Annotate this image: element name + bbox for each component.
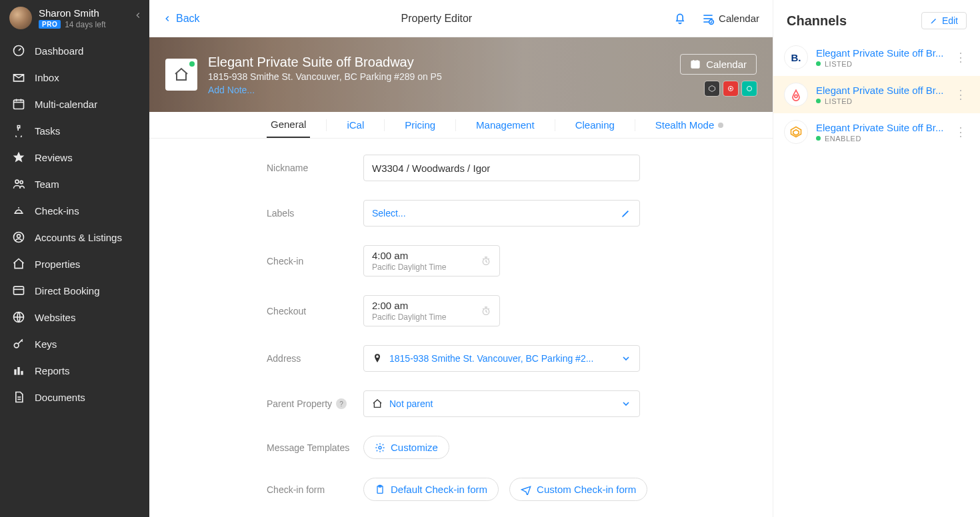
days-left: 14 days left <box>65 20 105 29</box>
svg-point-37 <box>795 95 797 97</box>
channel-row-other[interactable]: Elegant Private Suite off Br... ENABLED … <box>773 113 980 151</box>
sidebar-item-documents[interactable]: Documents <box>0 384 149 410</box>
sidebar: Sharon Smith PRO 14 days left Dashboard … <box>0 0 149 517</box>
clock-icon <box>481 256 491 266</box>
integration-badge-2-icon[interactable] <box>723 81 738 96</box>
sidebar-item-label: Direct Booking <box>35 285 100 296</box>
sidebar-item-checkins[interactable]: Check-ins <box>0 197 149 224</box>
calendar-top-link[interactable]: Calendar <box>701 12 759 25</box>
tab-management[interactable]: Management <box>472 112 539 138</box>
svg-rect-15 <box>14 369 16 374</box>
status-dot-icon <box>189 61 195 67</box>
sidebar-item-websites[interactable]: Websites <box>0 304 149 330</box>
sidebar-item-label: Documents <box>35 392 85 403</box>
default-checkin-button[interactable]: Default Check-in form <box>363 478 499 501</box>
notifications-icon[interactable] <box>673 12 687 25</box>
chart-icon <box>12 364 25 377</box>
plane-icon <box>521 484 531 495</box>
sidebar-item-team[interactable]: Team <box>0 171 149 197</box>
back-label: Back <box>176 13 200 25</box>
tab-ical[interactable]: iCal <box>343 112 368 138</box>
sidebar-item-label: Check-ins <box>35 205 79 217</box>
chevron-down-icon <box>621 398 631 409</box>
channel-row-booking[interactable]: B. Elegant Private Suite off Br... LISTE… <box>773 39 980 76</box>
sidebar-item-multicalendar[interactable]: Multi-calendar <box>0 91 149 117</box>
labels-label: Labels <box>267 208 363 219</box>
status-dot-icon <box>816 61 821 66</box>
calendar-button-label: Calendar <box>706 59 747 70</box>
user-block[interactable]: Sharon Smith PRO 14 days left <box>0 0 149 37</box>
clock-icon <box>481 306 491 316</box>
sidebar-item-label: Websites <box>35 312 75 323</box>
svg-rect-1 <box>14 100 24 109</box>
sidebar-item-keys[interactable]: Keys <box>0 330 149 357</box>
collapse-icon[interactable] <box>133 11 143 22</box>
integration-badge-1-icon[interactable] <box>705 81 719 96</box>
more-icon[interactable]: ⋮ <box>952 50 969 65</box>
svg-marker-5 <box>13 152 25 163</box>
tab-pricing[interactable]: Pricing <box>401 112 439 138</box>
calendar-button[interactable]: Calendar <box>680 54 757 75</box>
sidebar-item-dashboard[interactable]: Dashboard <box>0 37 149 64</box>
property-house-icon <box>165 59 197 91</box>
key-icon <box>12 337 25 350</box>
sidebar-item-reviews[interactable]: Reviews <box>0 144 149 171</box>
edit-label: Edit <box>942 15 958 26</box>
pro-badge: PRO <box>39 20 61 29</box>
channels-panel: Channels Edit B. Elegant Private Suite o… <box>773 0 980 517</box>
nickname-input[interactable] <box>363 155 640 181</box>
labels-select[interactable]: Select... <box>363 200 640 227</box>
channel-title: Elegant Private Suite off Br... <box>816 47 944 59</box>
tab-general[interactable]: General <box>267 112 310 138</box>
sidebar-item-tasks[interactable]: Tasks <box>0 117 149 144</box>
edit-channels-button[interactable]: Edit <box>921 12 967 29</box>
sidebar-item-label: Keys <box>35 338 57 350</box>
parent-value: Not parent <box>389 398 614 409</box>
checkout-tz: Pacific Daylight Time <box>372 312 446 322</box>
more-icon[interactable]: ⋮ <box>952 87 969 102</box>
checkin-time-input[interactable]: 4:00 am Pacific Daylight Time <box>363 245 500 276</box>
sidebar-item-directbooking[interactable]: Direct Booking <box>0 277 149 304</box>
address-select[interactable]: 1815-938 Smithe St. Vancouver, BC Parkin… <box>363 345 640 372</box>
tab-stealth[interactable]: Stealth Mode <box>651 112 727 138</box>
channel-row-airbnb[interactable]: Elegant Private Suite off Br... LISTED ⋮ <box>773 76 980 113</box>
more-icon[interactable]: ⋮ <box>952 125 969 139</box>
help-icon[interactable]: ? <box>336 398 347 409</box>
sidebar-item-properties[interactable]: Properties <box>0 251 149 277</box>
checkout-time-value: 2:00 am <box>372 300 446 311</box>
add-note-link[interactable]: Add Note... <box>208 85 680 95</box>
back-button[interactable]: Back <box>163 13 200 25</box>
booking-logo-icon: B. <box>784 45 808 69</box>
parent-select[interactable]: Not parent <box>363 390 640 417</box>
sidebar-item-accounts[interactable]: Accounts & Listings <box>0 224 149 251</box>
customize-label: Customize <box>391 442 438 453</box>
svg-marker-39 <box>793 130 799 135</box>
chevron-down-icon <box>621 353 631 364</box>
tasks-icon <box>12 124 25 137</box>
svg-point-6 <box>15 180 19 183</box>
integration-badge-3-icon[interactable] <box>742 81 757 96</box>
globe-icon <box>12 310 25 324</box>
sidebar-item-reports[interactable]: Reports <box>0 357 149 384</box>
checkin-tz: Pacific Daylight Time <box>372 262 446 272</box>
tab-cleaning[interactable]: Cleaning <box>571 112 619 138</box>
sidebar-item-label: Inbox <box>35 72 59 83</box>
sidebar-item-inbox[interactable]: Inbox <box>0 64 149 91</box>
templates-label: Message Templates <box>267 442 363 453</box>
sidebar-item-label: Tasks <box>35 125 60 137</box>
avatar <box>9 7 32 29</box>
house-small-icon <box>372 398 383 409</box>
document-icon <box>12 390 25 404</box>
channel-logo-icon <box>784 120 808 144</box>
customize-button[interactable]: Customize <box>363 436 449 459</box>
svg-rect-24 <box>691 61 699 68</box>
svg-point-7 <box>20 181 23 183</box>
svg-marker-28 <box>709 85 715 91</box>
checkout-time-input[interactable]: 2:00 am Pacific Daylight Time <box>363 295 500 326</box>
custom-checkin-button[interactable]: Custom Check-in form <box>509 478 647 501</box>
channel-status: LISTED <box>825 60 853 68</box>
property-header: Elegant Private Suite off Broadway 1815-… <box>149 37 773 112</box>
channels-title: Channels <box>787 13 847 29</box>
pencil-icon <box>621 208 631 219</box>
clipboard-icon <box>375 484 385 495</box>
